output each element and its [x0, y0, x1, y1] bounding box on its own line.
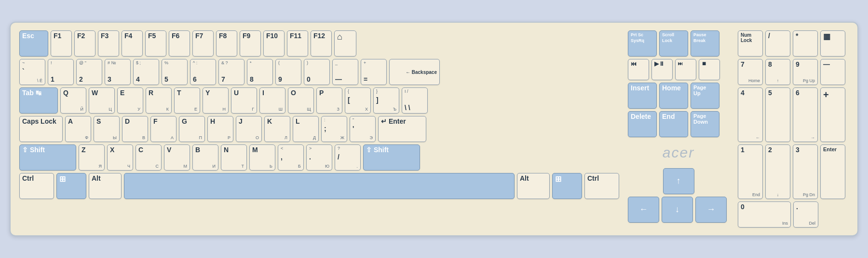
key-media-prev[interactable]: ⏮: [628, 59, 649, 80]
key-1[interactable]: ! 1: [48, 59, 74, 85]
key-num-mul[interactable]: *: [793, 30, 818, 57]
key-num-calc[interactable]: ▦: [820, 30, 845, 57]
key-minus[interactable]: _ —: [332, 59, 358, 85]
key-capslock[interactable]: Caps Lock: [19, 116, 63, 142]
key-delete[interactable]: Delete: [628, 111, 657, 137]
key-7[interactable]: & ? 7: [218, 59, 244, 85]
key-h[interactable]: H Р: [207, 116, 233, 142]
key-x[interactable]: X Ч: [107, 144, 133, 171]
key-tab[interactable]: Tab ↹: [19, 87, 58, 114]
key-ctrl-left[interactable]: Ctrl: [19, 173, 54, 199]
key-f12[interactable]: F12: [311, 30, 332, 57]
key-b[interactable]: B И: [192, 144, 218, 171]
key-num2[interactable]: 2 ↓: [765, 144, 790, 199]
key-scroll-lock[interactable]: ScrollLock: [659, 30, 688, 57]
key-f[interactable]: F А: [150, 116, 176, 142]
key-backslash[interactable]: I / \ \: [402, 87, 428, 114]
key-media-play[interactable]: ▶⏸: [651, 59, 673, 80]
key-num9[interactable]: 9 Pg Up: [793, 59, 818, 85]
key-f1[interactable]: F1: [51, 30, 72, 57]
key-home[interactable]: Home: [659, 83, 688, 109]
key-p[interactable]: P З: [316, 87, 342, 114]
key-8[interactable]: * 8: [247, 59, 273, 85]
key-arrow-down[interactable]: ↓: [662, 197, 693, 223]
key-insert[interactable]: Insert: [628, 83, 657, 109]
key-s[interactable]: S Ы: [94, 116, 120, 142]
key-y[interactable]: Y Н: [203, 87, 229, 114]
key-num8[interactable]: 8 ↑: [765, 59, 790, 85]
key-k[interactable]: K Л: [264, 116, 290, 142]
key-win-right[interactable]: ⊞: [552, 173, 582, 199]
key-quote[interactable]: " ' Э: [350, 116, 376, 142]
key-num0[interactable]: 0 Ins: [738, 201, 791, 228]
key-period[interactable]: > . Ю: [306, 144, 332, 171]
key-num-dot[interactable]: . Del: [793, 201, 818, 228]
key-q[interactable]: Q Й: [60, 87, 86, 114]
key-win-left[interactable]: ⊞: [56, 173, 86, 199]
key-r[interactable]: R К: [146, 87, 172, 114]
key-i[interactable]: I Ш: [259, 87, 285, 114]
key-f2[interactable]: F2: [74, 30, 95, 57]
key-enter[interactable]: ↵ Enter: [378, 116, 426, 142]
key-numlock[interactable]: NumLock: [738, 30, 763, 57]
key-u[interactable]: U Г: [231, 87, 257, 114]
key-l[interactable]: L Д: [293, 116, 319, 142]
key-f5[interactable]: F5: [145, 30, 166, 57]
key-home-media[interactable]: ⌂: [334, 30, 356, 57]
key-space[interactable]: [124, 173, 515, 199]
key-2[interactable]: @ " 2: [76, 59, 102, 85]
key-alt-left[interactable]: Alt: [89, 173, 122, 199]
key-pause[interactable]: PauseBreak: [691, 30, 719, 57]
key-o[interactable]: O Щ: [288, 87, 314, 114]
key-backspace[interactable]: ← Backspace: [389, 59, 440, 85]
key-z[interactable]: Z Я: [79, 144, 105, 171]
key-semicolon[interactable]: : ; Ж: [321, 116, 347, 142]
key-f11[interactable]: F11: [287, 30, 308, 57]
key-f6[interactable]: F6: [169, 30, 190, 57]
key-f10[interactable]: F10: [263, 30, 285, 57]
key-num-minus[interactable]: —: [820, 59, 845, 85]
key-backtick[interactable]: ~ ` \ Ё: [19, 59, 45, 85]
key-num7[interactable]: 7 Home: [738, 59, 763, 85]
key-3[interactable]: # № 3: [105, 59, 131, 85]
key-ctrl-right[interactable]: Ctrl: [584, 173, 619, 199]
key-f4[interactable]: F4: [122, 30, 143, 57]
key-d[interactable]: D В: [122, 116, 148, 142]
key-pgup[interactable]: PageUp: [691, 83, 719, 109]
key-6[interactable]: ^ : 6: [190, 59, 216, 85]
key-t[interactable]: T Е: [174, 87, 200, 114]
key-arrow-left[interactable]: ←: [628, 197, 659, 223]
key-num-plus[interactable]: +: [820, 87, 845, 142]
key-shift-left[interactable]: ⇧ Shift: [19, 144, 76, 171]
key-num5[interactable]: 5: [765, 87, 790, 142]
key-v[interactable]: V М: [164, 144, 190, 171]
key-media-3[interactable]: ⏭: [675, 59, 696, 80]
key-e[interactable]: E У: [117, 87, 143, 114]
key-end[interactable]: End: [659, 111, 688, 137]
key-num6[interactable]: 6 →: [793, 87, 818, 142]
key-media-4[interactable]: ⏹: [699, 59, 720, 80]
key-0[interactable]: ) 0: [304, 59, 330, 85]
key-num-enter[interactable]: Enter: [820, 144, 845, 199]
key-rbracket[interactable]: } ] Ъ: [373, 87, 399, 114]
key-comma[interactable]: < , Б: [278, 144, 304, 171]
key-f7[interactable]: F7: [192, 30, 214, 57]
key-c[interactable]: C С: [136, 144, 162, 171]
key-arrow-right[interactable]: →: [695, 197, 727, 223]
key-prtsc[interactable]: Prt ScSysRq: [628, 30, 657, 57]
key-shift-right[interactable]: ⇧ Shift: [363, 144, 420, 171]
key-m[interactable]: M Ь: [249, 144, 275, 171]
key-4[interactable]: $ ; 4: [133, 59, 159, 85]
key-w[interactable]: W Ц: [89, 87, 115, 114]
key-num1[interactable]: 1 End: [738, 144, 763, 199]
key-equals[interactable]: + =: [361, 59, 387, 85]
key-num4[interactable]: 4 ←: [738, 87, 763, 142]
key-j[interactable]: J О: [236, 116, 262, 142]
key-slash[interactable]: ? / .: [335, 144, 361, 171]
key-a[interactable]: A Ф: [65, 116, 91, 142]
key-f3[interactable]: F3: [98, 30, 119, 57]
key-num3[interactable]: 3 Pg Dn: [793, 144, 818, 199]
key-5[interactable]: % 5: [162, 59, 188, 85]
key-lbracket[interactable]: { [ Х: [345, 87, 371, 114]
key-9[interactable]: ( 9: [275, 59, 301, 85]
